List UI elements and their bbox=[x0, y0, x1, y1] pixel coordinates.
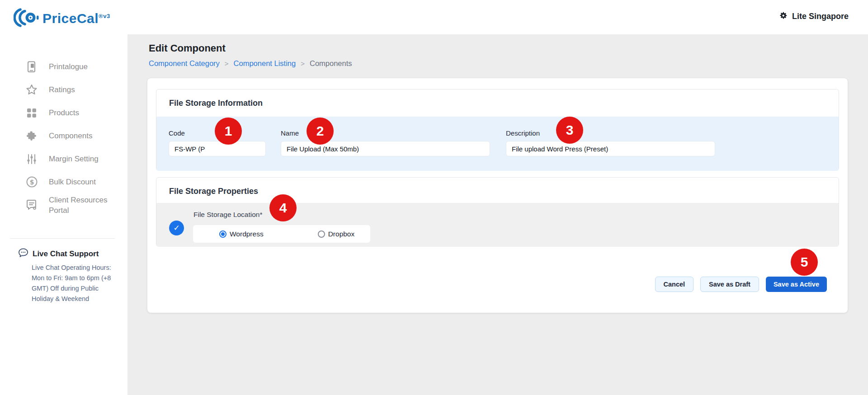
file-storage-information-section: File Storage Information Code Name Descr… bbox=[156, 89, 839, 171]
breadcrumb-separator: > bbox=[225, 60, 229, 67]
star-icon bbox=[25, 84, 38, 95]
main-content: Edit Component Component Category > Comp… bbox=[127, 34, 868, 395]
section-title: File Storage Properties bbox=[156, 178, 839, 204]
save-as-draft-button[interactable]: Save as Draft bbox=[700, 277, 759, 292]
sidebar-item-label: Client Resources Portal bbox=[49, 195, 117, 216]
breadcrumb-components-current: Components bbox=[310, 59, 352, 68]
page-title: Edit Component bbox=[149, 42, 226, 54]
breadcrumb-separator: > bbox=[301, 60, 305, 67]
annotation-badge-4: 4 bbox=[269, 194, 297, 221]
sidebar-item-label: Components bbox=[49, 131, 92, 141]
grid-icon bbox=[25, 108, 38, 118]
name-input[interactable] bbox=[281, 141, 490, 156]
description-input[interactable] bbox=[506, 141, 715, 156]
region-selector[interactable]: Lite Singapore bbox=[778, 11, 849, 22]
sidebar-item-label: Products bbox=[49, 108, 79, 118]
save-as-active-button[interactable]: Save as Active bbox=[766, 277, 827, 292]
description-field-group: Description bbox=[506, 129, 715, 156]
annotation-badge-2: 2 bbox=[307, 118, 334, 145]
info-fields-band: Code Name Description bbox=[156, 117, 839, 171]
file-storage-location-label: File Storage Location* bbox=[193, 211, 263, 219]
annotation-badge-1: 1 bbox=[215, 118, 242, 145]
edit-component-card: File Storage Information Code Name Descr… bbox=[147, 78, 848, 313]
file-storage-properties-section: File Storage Properties ✓ File Storage L… bbox=[156, 177, 839, 247]
top-bar: PriceCal®v3 Lite Singapore bbox=[0, 0, 868, 34]
sidebar-item-label: Ratings bbox=[49, 85, 75, 95]
pricecal-logo-icon bbox=[14, 7, 39, 30]
sidebar-item-components[interactable]: Components bbox=[0, 124, 127, 147]
sidebar-item-label: Margin Setting bbox=[49, 154, 99, 164]
puzzle-icon bbox=[25, 131, 38, 141]
sidebar-item-products[interactable]: Products bbox=[0, 101, 127, 124]
radio-label: Wordpress bbox=[230, 230, 264, 238]
radio-label: Dropbox bbox=[328, 230, 355, 238]
brand-version: ®v3 bbox=[99, 13, 110, 19]
chat-title: Live Chat Support bbox=[33, 249, 99, 259]
sidebar-item-label: Bulk Discount bbox=[49, 177, 96, 187]
sidebar-nav: Printalogue Ratings Products Components … bbox=[0, 55, 127, 216]
properties-band: ✓ File Storage Location* Wordpress Dropb… bbox=[156, 203, 839, 247]
sidebar-item-client-resources-portal[interactable]: ★ Client Resources Portal bbox=[0, 193, 127, 216]
annotation-badge-5: 5 bbox=[791, 249, 818, 276]
sidebar-divider bbox=[10, 238, 115, 239]
svg-text:★: ★ bbox=[33, 207, 36, 209]
phone-icon bbox=[25, 61, 38, 73]
radio-selected-icon[interactable] bbox=[219, 230, 226, 238]
sidebar-item-label: Printalogue bbox=[49, 61, 88, 72]
breadcrumb-component-listing[interactable]: Component Listing bbox=[234, 59, 296, 68]
annotation-badge-3: 3 bbox=[556, 117, 583, 144]
chat-operating-hours: Live Chat Operating Hours: Mon to Fri: 9… bbox=[32, 263, 113, 304]
description-label: Description bbox=[506, 129, 715, 137]
radio-option-dropbox[interactable]: Dropbox bbox=[318, 230, 355, 238]
radio-unselected-icon[interactable] bbox=[318, 230, 325, 238]
storage-location-options: Wordpress Dropbox bbox=[193, 225, 370, 243]
sidebar: Printalogue Ratings Products Components … bbox=[0, 0, 127, 395]
brand-logo[interactable]: PriceCal®v3 bbox=[14, 7, 110, 30]
check-icon[interactable]: ✓ bbox=[169, 221, 184, 235]
brand-name: PriceCal®v3 bbox=[42, 11, 110, 26]
svg-text:$: $ bbox=[29, 179, 34, 186]
form-actions: Cancel Save as Draft Save as Active bbox=[655, 277, 827, 292]
breadcrumb: Component Category > Component Listing >… bbox=[149, 59, 352, 68]
code-input[interactable] bbox=[169, 141, 266, 156]
sliders-icon bbox=[25, 154, 38, 165]
breadcrumb-component-category[interactable]: Component Category bbox=[149, 59, 220, 68]
sidebar-item-margin-setting[interactable]: Margin Setting bbox=[0, 147, 127, 170]
document-icon: ★ bbox=[25, 199, 38, 211]
region-label: Lite Singapore bbox=[792, 12, 849, 21]
radio-option-wordpress[interactable]: Wordpress bbox=[219, 230, 264, 238]
live-chat-support[interactable]: Live Chat Support Live Chat Operating Ho… bbox=[18, 248, 113, 304]
dollar-circle-icon: $ bbox=[25, 176, 38, 188]
chat-bubble-icon bbox=[18, 248, 28, 260]
sidebar-item-bulk-discount[interactable]: $ Bulk Discount bbox=[0, 170, 127, 193]
sidebar-item-ratings[interactable]: Ratings bbox=[0, 78, 127, 101]
sidebar-item-printalogue[interactable]: Printalogue bbox=[0, 55, 127, 78]
section-title: File Storage Information bbox=[156, 89, 839, 116]
cancel-button[interactable]: Cancel bbox=[655, 277, 694, 292]
gear-icon bbox=[778, 11, 788, 22]
